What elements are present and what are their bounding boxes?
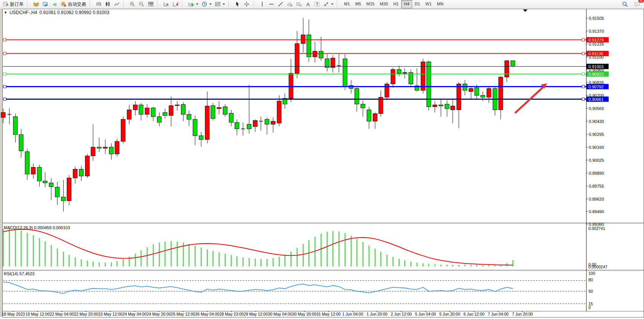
arrows-tool-button[interactable] [322, 0, 335, 8]
chart-window[interactable]: ▼ USDCHF-,H4 0.91061 0.91062 0.90992 0.9… [0, 8, 644, 319]
timeframe-M15[interactable]: M15 [364, 0, 377, 8]
date-label: 22 May 04:00 [50, 312, 74, 316]
bear-candle [481, 96, 485, 97]
date-label: 25 May 12:00 [171, 312, 195, 316]
zoom-in-button[interactable] [128, 0, 137, 8]
templates-button[interactable] [213, 0, 226, 8]
date-label: 18 May 2023 [2, 312, 25, 316]
price-tick-label: 0.90160 [589, 145, 604, 150]
date-label: 1 Jun 04:00 [342, 312, 363, 316]
candles-icon [105, 1, 111, 7]
bull-candle [1, 113, 5, 118]
bear-candle [343, 59, 347, 87]
toolbar-separator [182, 1, 185, 8]
periods-list-button[interactable] [200, 0, 213, 8]
timeframe-MN[interactable]: MN [434, 0, 446, 8]
bars-icon [96, 1, 102, 7]
chart-ohlc-values: 0.91061 0.91062 0.90992 0.91003 [40, 10, 110, 15]
timeframe-M5[interactable]: M5 [352, 0, 363, 8]
timeframe-M30[interactable]: M30 [377, 0, 391, 8]
market-watch-button[interactable] [41, 0, 50, 8]
trendline-tool-button[interactable] [276, 0, 285, 8]
timeframe-D1[interactable]: D1 [412, 0, 423, 8]
bear-candle [139, 105, 143, 115]
indicators-list-button[interactable] [187, 0, 200, 8]
price-tick-label: 0.91370 [589, 29, 604, 33]
zoom-out-button[interactable] [137, 0, 146, 8]
hline-icon [268, 1, 274, 7]
crosshair-tool-button[interactable] [242, 0, 251, 8]
line-endpoint-marker [582, 52, 585, 55]
price-tick-label: 0.90025 [589, 158, 604, 163]
timeframe-H4[interactable]: H4 [401, 0, 412, 8]
macd-axis-label: 0.0000247 [588, 265, 607, 269]
tline-icon [277, 1, 284, 7]
bear-candle [199, 136, 203, 140]
dropdown-caret-icon [209, 3, 212, 5]
bear-candle [19, 135, 23, 151]
vertical-line-tool-button[interactable] [258, 0, 267, 8]
new-order-button[interactable]: 新订单 [1, 0, 25, 8]
chart-menu-icon[interactable]: ▼ [4, 11, 7, 14]
line-endpoint-marker [3, 85, 6, 88]
bear-candle [397, 70, 401, 73]
new-order-label: 新订单 [10, 1, 24, 8]
bull-candle [73, 169, 77, 178]
bull-candle [133, 105, 137, 110]
bull-candle [403, 73, 407, 73]
toolbar-separator [253, 1, 256, 8]
indicator-icon [188, 1, 194, 7]
timeframe-H1[interactable]: H1 [391, 0, 401, 8]
equidistant-channel-tool-button[interactable]: E [285, 0, 294, 8]
bull-candle [451, 106, 455, 110]
bull-candle [331, 58, 335, 68]
clock-icon [201, 1, 207, 7]
macd-axis-label: 0.002741 [588, 226, 605, 231]
toolbar-separator [157, 1, 160, 8]
arrowobj-icon [323, 1, 329, 7]
autotrade-icon [61, 1, 67, 7]
date-label: 7 Jun 04:00 [488, 312, 509, 316]
chart-shift-button[interactable] [171, 0, 180, 8]
label-tool-button[interactable]: T [312, 0, 322, 8]
timeframe-group: M1M5M15M30H1H4D1W1MN [340, 0, 447, 8]
text-tool-button[interactable]: A [303, 0, 312, 8]
svg-text:A: A [306, 2, 310, 7]
horizontal-line-tool-button[interactable] [267, 0, 276, 8]
price-tick-label: 0.90835 [589, 80, 604, 85]
linechart-icon [114, 1, 120, 7]
bear-candle [235, 123, 239, 129]
bear-candle [427, 62, 431, 107]
bull-candle [91, 147, 95, 156]
autotrading-button[interactable]: 自动交易 [59, 0, 88, 8]
bear-candle [355, 89, 359, 104]
bull-candle [505, 61, 509, 77]
mt4-application: { "toolbar": { "groups": [ {"items":[{"n… [0, 0, 644, 319]
bull-candle [469, 89, 473, 92]
crosshair-icon [244, 1, 250, 7]
chart-shift-marker-icon [523, 10, 528, 12]
bull-candle [457, 84, 461, 110]
rsi-axis-label: 50 [588, 289, 593, 293]
bear-candle [223, 107, 227, 115]
timeframe-W1[interactable]: W1 [423, 0, 435, 8]
search-button[interactable] [620, 0, 630, 8]
chart-canvas[interactable]: 0.912790.911360.910030.909220.907920.906… [0, 8, 644, 319]
bull-candle [487, 89, 491, 97]
candle-chart-mode-button[interactable] [103, 0, 112, 8]
cursor-tool-button[interactable] [233, 0, 242, 8]
svg-text:E: E [291, 4, 293, 7]
line-chart-mode-button[interactable] [112, 0, 121, 8]
signals-button[interactable] [50, 0, 59, 8]
chat-button[interactable]: 1 [633, 0, 642, 8]
bar-chart-mode-button[interactable] [94, 0, 103, 8]
bear-candle [475, 88, 479, 96]
line-endpoint-marker [582, 38, 585, 41]
fibonacci-tool-button[interactable]: F [294, 0, 303, 8]
auto-scroll-button[interactable] [162, 0, 171, 8]
date-label: 7 Jun 20:00 [512, 312, 533, 316]
toolbar-separator [123, 1, 126, 8]
timeframe-M1[interactable]: M1 [341, 0, 352, 8]
tile-windows-button[interactable] [146, 0, 155, 8]
metaeditor-button[interactable] [32, 0, 41, 8]
